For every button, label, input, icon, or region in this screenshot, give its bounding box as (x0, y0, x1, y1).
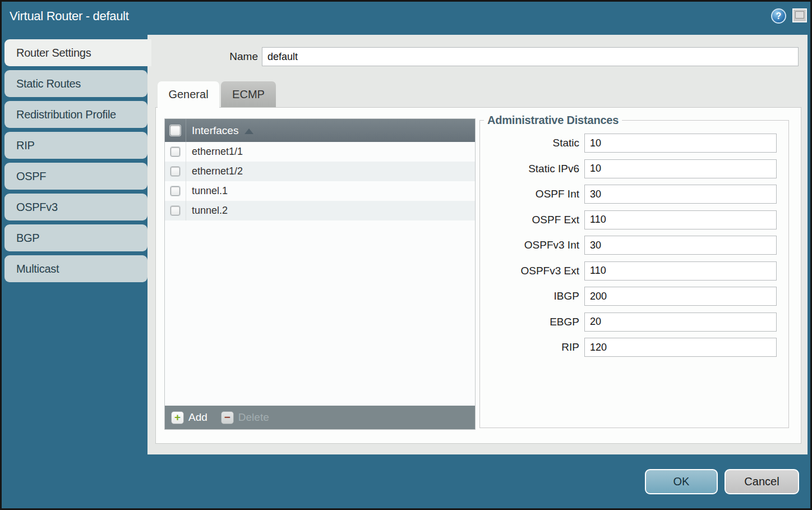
ebgp-input[interactable] (584, 313, 777, 332)
select-all-checkbox[interactable] (170, 125, 181, 136)
delete-button-label: Delete (238, 411, 269, 424)
interfaces-header-text: Interfaces (192, 125, 238, 137)
table-row[interactable]: tunnel.1 (165, 181, 475, 201)
sidebar-item-label: Redistribution Profile (16, 108, 116, 121)
field-row: EBGP (480, 313, 782, 332)
sidebar-item-router-settings[interactable]: Router Settings (4, 39, 151, 66)
select-all-cell (165, 119, 186, 142)
row-checkbox-cell (165, 142, 186, 162)
table-row[interactable]: ethernet1/2 (165, 162, 475, 181)
sidebar-item-label: RIP (16, 139, 34, 151)
sidebar-item-ospfv3[interactable]: OSPFv3 (4, 194, 147, 220)
add-button[interactable]: + Add (171, 411, 207, 424)
static-input[interactable] (584, 134, 777, 153)
sidebar-item-label: BGP (16, 232, 39, 244)
static-ipv6-label: Static IPv6 (480, 163, 584, 175)
administrative-distances-legend: Administrative Distances (484, 114, 622, 127)
sidebar-item-multicast[interactable]: Multicast (4, 255, 147, 282)
sidebar-item-label: Router Settings (16, 47, 91, 59)
tab-ecmp[interactable]: ECMP (221, 81, 276, 107)
ebgp-label: EBGP (480, 316, 584, 328)
static-ipv6-input[interactable] (584, 159, 777, 178)
sidebar-item-label: Static Routes (16, 77, 81, 90)
virtual-router-dialog: Virtual Router - default ? Router Settin… (0, 0, 812, 510)
delete-button[interactable]: − Delete (221, 411, 269, 424)
table-toolbar: + Add − Delete (165, 406, 475, 429)
dialog-title: Virtual Router - default (10, 9, 129, 24)
field-row: OSPF Int (480, 185, 782, 204)
field-row: OSPFv3 Int (480, 236, 782, 255)
row-checkbox-cell (165, 162, 186, 181)
rip-input[interactable] (584, 338, 777, 357)
rip-label: RIP (480, 341, 584, 353)
interface-name: ethernet1/2 (186, 166, 243, 177)
add-icon: + (171, 411, 184, 424)
row-checkbox-cell (165, 181, 186, 201)
ibgp-label: IBGP (480, 290, 584, 302)
ok-button[interactable]: OK (645, 469, 718, 494)
row-checkbox[interactable] (170, 186, 180, 196)
ibgp-input[interactable] (584, 287, 777, 306)
row-checkbox[interactable] (170, 206, 180, 215)
row-checkbox[interactable] (170, 147, 180, 157)
ospfv3-ext-label: OSPFv3 Ext (480, 265, 584, 277)
field-row: OSPFv3 Ext (480, 261, 782, 281)
interfaces-header-label: Interfaces (186, 125, 253, 137)
sort-ascending-icon (244, 128, 253, 134)
sidebar-item-label: OSPF (16, 170, 46, 182)
administrative-distances-group: Administrative Distances Static Static I… (479, 114, 789, 428)
cancel-button[interactable]: Cancel (725, 469, 799, 494)
sidebar-item-static-routes[interactable]: Static Routes (4, 70, 147, 97)
table-row[interactable]: tunnel.2 (165, 201, 475, 220)
ospf-ext-input[interactable] (584, 210, 777, 229)
help-icon[interactable]: ? (771, 8, 786, 24)
ospf-int-input[interactable] (584, 185, 777, 204)
row-checkbox[interactable] (170, 167, 180, 176)
table-row[interactable]: ethernet1/1 (165, 142, 475, 162)
sidebar-item-label: OSPFv3 (16, 201, 58, 213)
interface-name: tunnel.2 (186, 205, 228, 217)
name-field-label: Name (196, 50, 258, 63)
ospf-int-label: OSPF Int (480, 188, 584, 200)
interfaces-rows: ethernet1/1 ethernet1/2 tunnel.1 tunnel.… (165, 142, 475, 220)
interface-name: tunnel.1 (186, 185, 228, 197)
field-row: IBGP (480, 287, 782, 306)
sidebar-item-label: Multicast (16, 263, 59, 275)
sidebar-item-bgp[interactable]: BGP (4, 224, 147, 251)
sidebar-item-ospf[interactable]: OSPF (4, 163, 147, 190)
maximize-icon[interactable] (792, 8, 807, 22)
field-row: RIP (480, 338, 782, 357)
static-label: Static (480, 137, 584, 149)
ospfv3-ext-input[interactable] (584, 261, 777, 281)
tab-general[interactable]: General (158, 81, 219, 108)
interfaces-table: Interfaces ethernet1/1 ethernet1/2 tunne… (164, 118, 476, 430)
name-input[interactable] (262, 47, 799, 66)
row-checkbox-cell (165, 201, 186, 220)
sidebar-item-rip[interactable]: RIP (4, 132, 147, 159)
ospfv3-int-input[interactable] (584, 236, 777, 255)
field-row: OSPF Ext (480, 210, 782, 229)
maximize-icon-pane (795, 11, 804, 19)
ospfv3-int-label: OSPFv3 Int (480, 239, 584, 251)
ospf-ext-label: OSPF Ext (480, 214, 584, 226)
interface-name: ethernet1/1 (186, 146, 243, 158)
sidebar-item-redistribution-profile[interactable]: Redistribution Profile (4, 101, 147, 128)
field-row: Static (480, 134, 782, 153)
add-button-label: Add (188, 411, 207, 424)
general-tab-panel: Interfaces ethernet1/1 ethernet1/2 tunne… (155, 107, 801, 444)
field-row: Static IPv6 (480, 159, 782, 178)
sidebar: Router Settings Static Routes Redistribu… (4, 39, 151, 282)
interfaces-column-header[interactable]: Interfaces (165, 119, 475, 142)
delete-icon: − (221, 411, 234, 424)
